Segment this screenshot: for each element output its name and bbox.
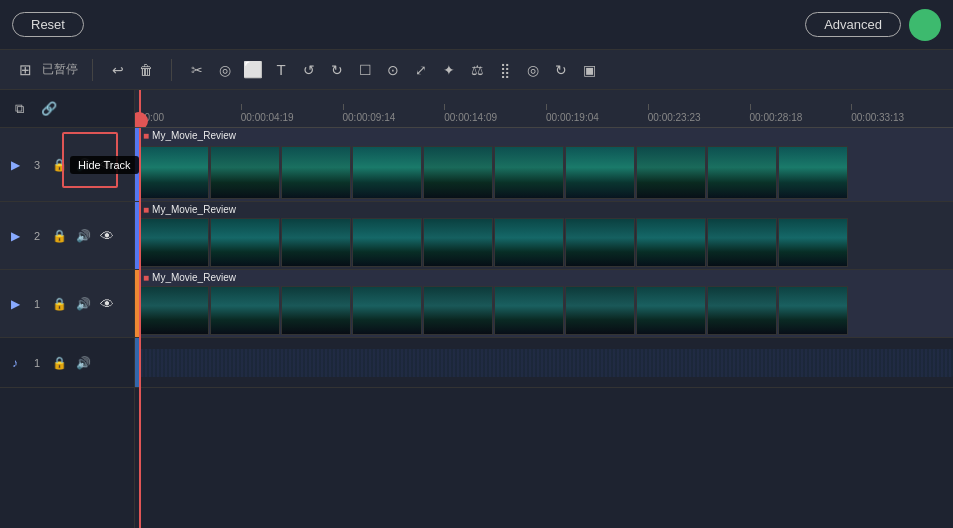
rotate-left-icon[interactable]: ↺ [296, 57, 322, 83]
box-icon[interactable]: ▣ [576, 57, 602, 83]
ruler-mark-1: 00:00:04:19 [241, 112, 343, 123]
track-mute-icon-3[interactable]: 🔊 [74, 156, 92, 174]
track-lock-icon-2[interactable]: 🔒 [50, 227, 68, 245]
track-play-icon-2[interactable]: ▶ [6, 227, 24, 245]
thumb-1-1 [139, 286, 209, 335]
thumb-3-10 [778, 146, 848, 199]
thumb-2-6 [494, 218, 564, 267]
track-row-video-1[interactable]: ■ My_Movie_Review [135, 270, 953, 338]
bars-icon[interactable]: ⣿ [492, 57, 518, 83]
sync-icon[interactable]: ↻ [548, 57, 574, 83]
track-audio-lock-icon[interactable]: 🔒 [50, 354, 68, 372]
track-control-video-1: ▶ 1 🔒 🔊 👁 [0, 270, 134, 338]
track-control-audio-1: ♪ 1 🔒 🔊 [0, 338, 134, 388]
clip-title-2: My_Movie_Review [152, 204, 236, 215]
toolbar-divider-2 [171, 59, 172, 81]
thumb-2-5 [423, 218, 493, 267]
reset-button[interactable]: Reset [12, 12, 84, 37]
thumb-3-9 [707, 146, 777, 199]
track-play-icon-1[interactable]: ▶ [6, 295, 24, 313]
thumb-3-5 [423, 146, 493, 199]
mask-icon[interactable]: ◎ [212, 57, 238, 83]
status-text: 已暂停 [40, 61, 80, 78]
equalizer-icon[interactable]: ⚖ [464, 57, 490, 83]
thumb-1-8 [636, 286, 706, 335]
target-icon[interactable]: ◎ [520, 57, 546, 83]
cut-icon[interactable]: ✂ [184, 57, 210, 83]
crop-icon[interactable]: ⬜ [240, 57, 266, 83]
thumb-3-8 [636, 146, 706, 199]
track-clips-3: ■ My_Movie_Review [139, 128, 953, 201]
thumb-1-10 [778, 286, 848, 335]
ruler: 00:00 00:00:04:19 00:00:09:14 00:00:14:0… [135, 90, 953, 128]
thumb-1-2 [210, 286, 280, 335]
link-icon[interactable]: 🔗 [38, 98, 60, 120]
green-action-button[interactable] [909, 9, 941, 41]
track-eye-icon-3[interactable]: 👁 [98, 156, 116, 174]
clip-thumbnails-1 [139, 270, 953, 337]
advanced-button[interactable]: Advanced [805, 12, 901, 37]
ruler-mark-3: 00:00:14:09 [444, 112, 546, 123]
thumb-2-4 [352, 218, 422, 267]
undo-icon[interactable]: ↩ [105, 57, 131, 83]
thumb-2-10 [778, 218, 848, 267]
ruler-mark-7: 00:00:33:13 [851, 112, 953, 123]
thumb-1-7 [565, 286, 635, 335]
track-mute-icon-1[interactable]: 🔊 [74, 295, 92, 313]
track-row-audio-1[interactable] [135, 338, 953, 388]
frame-icon[interactable]: ☐ [352, 57, 378, 83]
track-num-label-2: 2 [30, 230, 44, 242]
timeline-area: ⧉ 🔗 Hide Track ▶ 3 🔒 🔊 👁 ▶ 2 🔒 🔊 👁 [0, 90, 953, 528]
ruler-mark-2: 00:00:09:14 [343, 112, 445, 123]
toolbar-divider-1 [92, 59, 93, 81]
circle-icon[interactable]: ⊙ [380, 57, 406, 83]
thumb-2-9 [707, 218, 777, 267]
clip-icon-1: ■ [143, 272, 149, 283]
clip-icon-2: ■ [143, 204, 149, 215]
clip-icon-3: ■ [143, 130, 149, 141]
ruler-marks: 00:00 00:00:04:19 00:00:09:14 00:00:14:0… [135, 112, 953, 123]
delete-icon[interactable]: 🗑 [133, 57, 159, 83]
thumb-3-7 [565, 146, 635, 199]
text-icon[interactable]: T [268, 57, 294, 83]
expand-icon[interactable]: ⤢ [408, 57, 434, 83]
track-row-video-2[interactable]: ■ My_Movie_Review [135, 202, 953, 270]
right-timeline: 00:00 00:00:04:19 00:00:09:14 00:00:14:0… [135, 90, 953, 528]
toolbar-history-group: ↩ 🗑 [101, 57, 163, 83]
thumb-2-3 [281, 218, 351, 267]
track-num-label-3: 3 [30, 159, 44, 171]
track-play-icon-3[interactable]: ▶ [6, 156, 24, 174]
grid-icon: ⊞ [12, 57, 38, 83]
rotate-right-icon[interactable]: ↻ [324, 57, 350, 83]
copy-icon[interactable]: ⧉ [8, 98, 30, 120]
track-eye-icon-1[interactable]: 👁 [98, 295, 116, 313]
clip-label-3: ■ My_Movie_Review [143, 130, 236, 141]
left-panel-top: ⧉ 🔗 [0, 90, 134, 128]
clip-label-2: ■ My_Movie_Review [143, 204, 236, 215]
track-mute-icon-2[interactable]: 🔊 [74, 227, 92, 245]
clip-title-1: My_Movie_Review [152, 272, 236, 283]
thumb-3-4 [352, 146, 422, 199]
thumb-2-7 [565, 218, 635, 267]
thumb-3-3 [281, 146, 351, 199]
track-music-icon: ♪ [6, 354, 24, 372]
thumb-1-3 [281, 286, 351, 335]
audio-waveform [139, 349, 953, 377]
track-lock-icon-3[interactable]: 🔒 [50, 156, 68, 174]
track-control-video-2: ▶ 2 🔒 🔊 👁 [0, 202, 134, 270]
track-audio-mute-icon[interactable]: 🔊 [74, 354, 92, 372]
thumb-2-2 [210, 218, 280, 267]
toolbar: ⊞ 已暂停 ↩ 🗑 ✂ ◎ ⬜ T ↺ ↻ ☐ ⊙ ⤢ ✦ ⚖ ⣿ ◎ ↻ ▣ [0, 50, 953, 90]
toolbar-edit-group: ✂ ◎ ⬜ T ↺ ↻ ☐ ⊙ ⤢ ✦ ⚖ ⣿ ◎ ↻ ▣ [180, 57, 606, 83]
transform-icon[interactable]: ✦ [436, 57, 462, 83]
track-row-video-3[interactable]: ■ My_Movie_Review [135, 128, 953, 202]
thumb-2-1 [139, 218, 209, 267]
thumb-1-9 [707, 286, 777, 335]
ruler-mark-6: 00:00:28:18 [750, 112, 852, 123]
track-audio-content [139, 338, 953, 387]
clip-thumbnails-2 [139, 202, 953, 269]
tracks-container: ■ My_Movie_Review [135, 128, 953, 528]
track-lock-icon-1[interactable]: 🔒 [50, 295, 68, 313]
track-eye-icon-2[interactable]: 👁 [98, 227, 116, 245]
top-bar-right: Advanced [805, 9, 941, 41]
